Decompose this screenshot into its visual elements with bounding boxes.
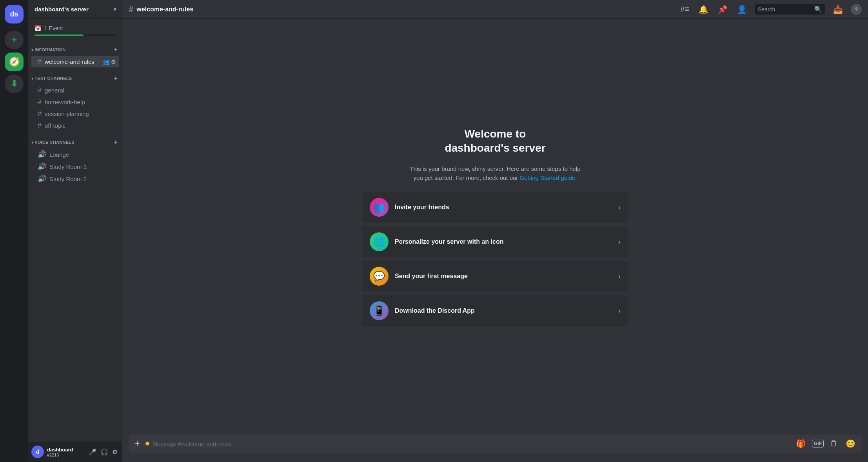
server-header[interactable]: dashboard's server ▾: [28, 0, 122, 19]
hash-icon-header: #: [129, 4, 133, 14]
gif-label: GIF: [814, 441, 822, 446]
server-icon-download[interactable]: ⬇: [5, 74, 24, 93]
warning-indicator: [145, 442, 149, 446]
card-personalize[interactable]: 🌐 Personalize your server with an icon ›: [362, 226, 628, 257]
channel-study-room-2[interactable]: 🔊 Study Room 2: [31, 173, 119, 185]
download-icon: ⬇: [11, 79, 18, 89]
hash-icon-session: #: [38, 110, 42, 118]
pinned-button[interactable]: 📌: [716, 3, 729, 16]
card-invite-friends[interactable]: 👥 Invite your friends ›: [362, 192, 628, 223]
category-label-text-channels: TEXT CHANNELS: [35, 76, 72, 81]
bell-icon: 🔔: [699, 5, 708, 14]
user-name: dashboard: [47, 447, 84, 453]
gift-icon: 🎁: [796, 439, 806, 448]
channel-welcome-and-rules[interactable]: # welcome-and-rules 👥 ⚙: [31, 56, 119, 67]
attach-button[interactable]: +: [133, 435, 142, 453]
card-chevron-message: ›: [618, 272, 621, 281]
personalize-icon: 🌐: [373, 236, 385, 247]
user-settings-button[interactable]: ⚙: [111, 447, 119, 457]
add-channel-voice[interactable]: +: [112, 138, 119, 147]
user-info: dashboard #2216: [47, 447, 84, 457]
welcome-title: Welcome to dashboard's server: [445, 127, 545, 156]
members-button[interactable]: 👤: [735, 3, 748, 16]
category-arrow-text: ▾: [31, 76, 35, 81]
emoji-icon: 😊: [846, 439, 855, 448]
card-icon-personalize: 🌐: [370, 232, 389, 251]
settings-icon[interactable]: ⚙: [111, 59, 116, 65]
progress-bar: [35, 34, 116, 36]
emoji-button[interactable]: 😊: [844, 437, 857, 450]
card-icon-download: 📱: [370, 301, 389, 320]
user-discriminator: #2216: [47, 453, 84, 457]
plus-icon: +: [135, 438, 140, 448]
category-voice-channels[interactable]: ▾ VOICE CHANNELS +: [28, 132, 122, 148]
channel-name-header: # welcome-and-rules: [129, 4, 193, 14]
download-app-icon: 📱: [373, 305, 385, 316]
server-icon-add[interactable]: +: [5, 31, 24, 49]
event-row[interactable]: 📅 1 Event: [28, 22, 122, 34]
speaker-icon-lounge: 🔊: [38, 150, 46, 159]
hash-icon-off-topic: #: [38, 121, 42, 130]
members-icon-header: 👤: [737, 5, 747, 14]
category-text-channels[interactable]: ▾ TEXT CHANNELS +: [28, 68, 122, 84]
channel-general[interactable]: # general: [31, 85, 119, 96]
channel-study-room-1[interactable]: 🔊 Study Room 1: [31, 161, 119, 172]
server-icon-ds[interactable]: ds: [5, 5, 24, 24]
card-icon-invite: 👥: [370, 198, 389, 217]
search-box[interactable]: 🔍: [755, 4, 825, 14]
mute-button[interactable]: 🎤: [87, 447, 98, 457]
gift-button[interactable]: 🎁: [794, 437, 807, 450]
pin-icon: 📌: [718, 5, 728, 14]
channel-label-study-room-1: Study Room 1: [49, 163, 87, 170]
compass-icon: 🧭: [9, 57, 20, 67]
add-channel-information[interactable]: +: [112, 45, 119, 54]
search-icon: 🔍: [814, 5, 822, 13]
inbox-button[interactable]: 📥: [832, 3, 844, 16]
sticker-icon: 🗒: [830, 439, 838, 448]
channel-off-topic[interactable]: # off-topic: [31, 120, 119, 131]
threads-button[interactable]: #≡: [679, 3, 691, 15]
welcome-subtitle: This is your brand new, shiny server. He…: [405, 165, 585, 182]
category-arrow-information: ▾: [31, 48, 35, 52]
server-list: ds + 🧭 ⬇: [0, 0, 28, 462]
hash-icon-general: #: [38, 86, 42, 94]
event-icon: 📅: [35, 25, 41, 31]
search-input[interactable]: [758, 6, 811, 13]
add-channel-text[interactable]: +: [112, 74, 119, 83]
notifications-button[interactable]: 🔔: [697, 3, 710, 16]
action-cards: 👥 Invite your friends › 🌐 Personalize yo…: [362, 192, 628, 326]
help-button[interactable]: ?: [851, 4, 862, 15]
progress-bar-fill: [35, 34, 84, 36]
channel-label-study-room-2: Study Room 2: [49, 176, 87, 182]
card-label-personalize: Personalize your server with an icon: [395, 238, 612, 245]
getting-started-link[interactable]: Getting Started guide.: [520, 174, 577, 181]
inbox-icon: 📥: [833, 5, 843, 14]
invite-icon: 👥: [373, 202, 385, 213]
message-icon: 💬: [373, 271, 385, 282]
hash-icon: #: [38, 58, 42, 66]
category-information[interactable]: ▾ INFORMATION +: [28, 39, 122, 56]
event-label: 1 Event: [44, 25, 63, 31]
deafen-button[interactable]: 🎧: [99, 447, 110, 457]
message-input[interactable]: [153, 436, 791, 451]
channel-header: # welcome-and-rules #≡ 🔔 📌 👤 🔍 📥: [122, 0, 868, 19]
channel-lounge[interactable]: 🔊 Lounge: [31, 149, 119, 160]
message-input-area: + 🎁 GIF 🗒 😊: [122, 435, 868, 462]
server-icon-explore[interactable]: 🧭: [5, 53, 24, 71]
card-download-app[interactable]: 📱 Download the Discord App ›: [362, 295, 628, 326]
channel-session-planning[interactable]: # session-planning: [31, 108, 119, 120]
card-label-send-message: Send your first message: [395, 273, 612, 280]
card-chevron-download: ›: [618, 307, 621, 315]
channel-homework-help[interactable]: # homework-help: [31, 96, 119, 108]
category-arrow-voice: ▾: [31, 140, 35, 145]
channel-sidebar: dashboard's server ▾ 📅 1 Event ▾ INFORMA…: [28, 0, 122, 462]
gif-button[interactable]: GIF: [812, 440, 824, 448]
server-name: dashboard's server: [35, 6, 89, 13]
card-send-message[interactable]: 💬 Send your first message ›: [362, 261, 628, 292]
channel-label-welcome-and-rules: welcome-and-rules: [45, 58, 94, 65]
card-chevron-personalize: ›: [618, 238, 621, 246]
sticker-button[interactable]: 🗒: [828, 438, 839, 450]
threads-icon: #≡: [680, 5, 689, 13]
members-icon[interactable]: 👥: [103, 59, 109, 65]
channel-list: 📅 1 Event ▾ INFORMATION + # welcome-and-…: [28, 19, 122, 442]
